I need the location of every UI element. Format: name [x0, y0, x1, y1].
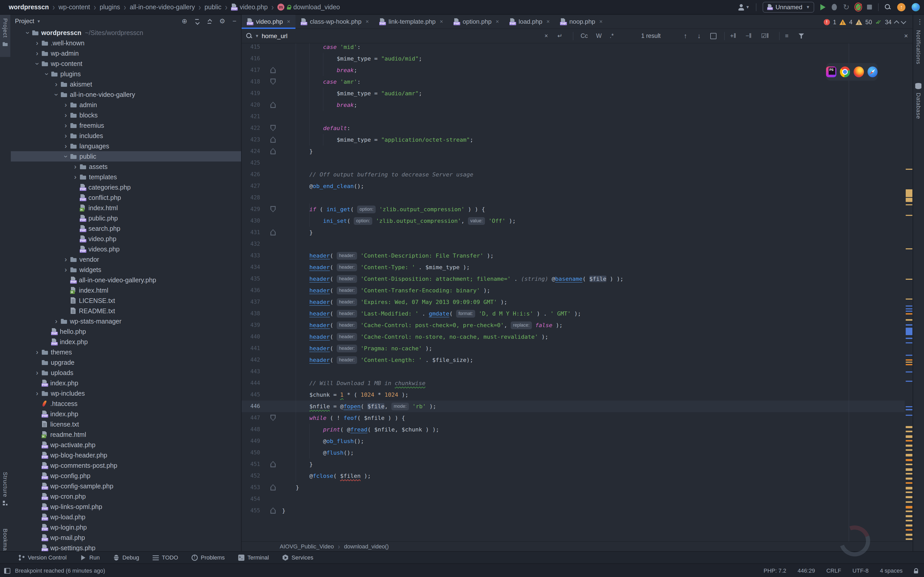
- words-toggle[interactable]: W: [596, 29, 602, 43]
- tool-window-button-run[interactable]: Run: [80, 554, 100, 561]
- close-tab-icon[interactable]: ×: [365, 18, 369, 25]
- tree-item-wp-login-php[interactable]: wp-login.php: [11, 522, 241, 532]
- code-line-428[interactable]: 428: [242, 192, 905, 203]
- editor-tab-load-php[interactable]: load.php×: [504, 15, 555, 29]
- remove-occurrence-icon[interactable]: −‖: [746, 29, 751, 43]
- chevron-right-icon[interactable]: ›: [61, 142, 70, 150]
- scrollbar-tan-mark[interactable]: [906, 215, 913, 216]
- fold-marker-icon[interactable]: [270, 415, 276, 421]
- open-in-find-window-icon[interactable]: [710, 29, 716, 43]
- close-tab-icon[interactable]: ×: [440, 18, 443, 25]
- line-number[interactable]: 419: [242, 88, 260, 99]
- code-line-424[interactable]: 424 }: [242, 145, 905, 157]
- tool-window-button-terminal[interactable]: Terminal: [238, 554, 269, 561]
- scrollbar-tan-mark[interactable]: [906, 464, 913, 465]
- fold-marker-icon[interactable]: [270, 125, 276, 131]
- tree-item--htaccess[interactable]: .htaccess: [11, 398, 241, 409]
- scrollbar-blue-mark[interactable]: [906, 306, 913, 306]
- filter-icon[interactable]: [798, 29, 804, 43]
- scrollbar-orange-mark[interactable]: [906, 359, 913, 361]
- scrollbar-tan-mark[interactable]: [906, 473, 913, 474]
- hide-panel-icon[interactable]: −: [233, 17, 236, 25]
- scrollbar-tan-mark[interactable]: [906, 362, 913, 363]
- line-number[interactable]: 423: [242, 134, 260, 145]
- tool-tab-structure[interactable]: Structure: [0, 472, 10, 505]
- tree-item-search-php[interactable]: search.php: [11, 223, 241, 234]
- code-line-423[interactable]: 423 $mime_type = "application/octet-stre…: [242, 134, 905, 145]
- line-number[interactable]: 440: [242, 331, 260, 343]
- scrollbar-tan-mark[interactable]: [906, 279, 913, 280]
- tree-item-wp-blog-header-php[interactable]: wp-blog-header.php: [11, 450, 241, 460]
- tree-item-wp-cron-php[interactable]: wp-cron.php: [11, 491, 241, 501]
- chevron-right-icon[interactable]: ›: [61, 132, 70, 140]
- chevron-right-icon[interactable]: ›: [61, 256, 70, 264]
- line-number[interactable]: 417: [242, 64, 260, 76]
- line-number[interactable]: 451: [242, 459, 260, 470]
- breadcrumb-item[interactable]: wordpresscn: [9, 3, 49, 11]
- tree-item-public[interactable]: ›public: [11, 151, 241, 161]
- scrollbar-tan-mark[interactable]: [906, 501, 913, 503]
- line-number[interactable]: 425: [242, 157, 260, 169]
- fold-marker-icon[interactable]: [270, 206, 276, 212]
- fold-marker-icon[interactable]: [270, 508, 276, 514]
- scrollbar-tan-mark[interactable]: [906, 511, 913, 512]
- lock-icon[interactable]: [914, 568, 918, 574]
- code-line-437[interactable]: 437 header( header: 'Expires: Wed, 07 Ma…: [242, 296, 905, 308]
- scrollbar-tan-mark[interactable]: [906, 515, 913, 517]
- scrollbar-tan-mark[interactable]: [906, 524, 913, 527]
- next-occurrence-icon[interactable]: ↓: [697, 29, 701, 43]
- tool-tab-notifications[interactable]: Notifications: [913, 30, 924, 64]
- update-available-icon[interactable]: ↑: [897, 3, 905, 11]
- firefox-icon[interactable]: [854, 66, 864, 77]
- phpstorm-icon[interactable]: [826, 66, 836, 77]
- scrollbar-orange-mark[interactable]: [906, 529, 913, 530]
- scrollbar-orange-mark[interactable]: [906, 506, 913, 508]
- code-line-417[interactable]: 417 break;: [242, 64, 905, 76]
- stop-button[interactable]: [867, 5, 872, 10]
- tree-item-license-txt[interactable]: LICENSE.txt: [11, 295, 241, 306]
- chevron-right-icon[interactable]: ›: [61, 122, 70, 130]
- chevron-right-icon[interactable]: ›: [52, 81, 61, 89]
- line-number[interactable]: 449: [242, 435, 260, 447]
- scrollbar-tan-mark[interactable]: [906, 449, 913, 451]
- tree-item-readme-html[interactable]: readme.html: [11, 429, 241, 440]
- line-number[interactable]: 435: [242, 273, 260, 285]
- line-number[interactable]: 448: [242, 424, 260, 435]
- line-number[interactable]: 445: [242, 389, 260, 401]
- chevron-down-icon[interactable]: ›: [52, 91, 61, 99]
- scrollbar-tan-mark[interactable]: [906, 169, 913, 170]
- code-line-452[interactable]: 452 @fclose( $filen );: [242, 470, 905, 482]
- chevron-right-icon[interactable]: ›: [52, 318, 61, 326]
- code-line-445[interactable]: 445 $chunk = 1 * ( 1024 * 1024 );: [242, 389, 905, 401]
- line-ending[interactable]: CRLF: [826, 567, 841, 574]
- chevron-right-icon[interactable]: ›: [61, 101, 70, 109]
- fold-marker-icon[interactable]: [270, 461, 276, 467]
- line-number[interactable]: 415: [242, 43, 260, 53]
- tree-item-wp-config-php[interactable]: wp-config.php: [11, 471, 241, 481]
- tree-item-wp-load-php[interactable]: wp-load.php: [11, 512, 241, 522]
- tree-item-conflict-php[interactable]: conflict.php: [11, 192, 241, 203]
- code-line-449[interactable]: 449 @ob_flush();: [242, 435, 905, 447]
- tree-item-index-html[interactable]: index.html: [11, 203, 241, 213]
- run-button[interactable]: [821, 4, 825, 10]
- line-number[interactable]: 446: [242, 401, 260, 412]
- scrollbar-tan-mark[interactable]: [906, 431, 913, 432]
- scrollbar-orange-mark[interactable]: [906, 482, 913, 484]
- code-line-453[interactable]: 453 }: [242, 482, 905, 493]
- breadcrumb-item[interactable]: wp-content: [58, 3, 90, 11]
- tree-item-uploads[interactable]: ›uploads: [11, 367, 241, 378]
- tree-item-index-php[interactable]: index.php: [11, 337, 241, 347]
- scrollbar-blue-mark[interactable]: [906, 355, 913, 356]
- scrollbar-tan-mark[interactable]: [906, 477, 913, 480]
- chevron-right-icon[interactable]: ›: [71, 173, 80, 181]
- line-number[interactable]: 416: [242, 53, 260, 64]
- more-options-icon[interactable]: ⋮: [916, 18, 923, 26]
- code-line-430[interactable]: 430 ini_set( option: 'zlib.output_compre…: [242, 215, 905, 227]
- code-line-425[interactable]: 425: [242, 157, 905, 169]
- line-number[interactable]: 428: [242, 192, 260, 203]
- scrollbar-blue-mark[interactable]: [906, 371, 913, 372]
- line-number[interactable]: 429: [242, 203, 260, 215]
- tree-item-wp-config-sample-php[interactable]: wp-config-sample.php: [11, 481, 241, 491]
- search-input[interactable]: home_url: [262, 29, 288, 43]
- code-line-436[interactable]: 436 header( header: 'Content-Transfer-En…: [242, 285, 905, 296]
